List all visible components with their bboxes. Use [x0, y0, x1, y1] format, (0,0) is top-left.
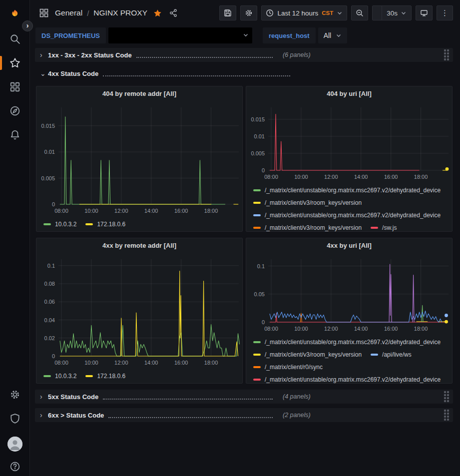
sidebar-expand-chevron-icon[interactable]: ›: [22, 20, 33, 31]
row-header-1xx-3xx-2xx[interactable]: › 1xx - 3xx - 2xx Status Code (6 panels): [35, 48, 453, 62]
share-icon[interactable]: [169, 8, 178, 17]
legend-item[interactable]: /api/live/ws: [371, 348, 412, 361]
svg-text:14:00: 14:00: [144, 360, 158, 366]
sidebar-item-admin-shield-icon[interactable]: [9, 413, 20, 424]
panel-legend: 10.0.3.2172.18.0.6: [36, 369, 242, 383]
svg-text:0.1: 0.1: [47, 263, 55, 269]
help-icon[interactable]: [9, 461, 20, 472]
favorite-star-icon[interactable]: [153, 9, 162, 17]
chart-canvas[interactable]: 00.0050.010.01508:0010:0012:0014:0016:00…: [246, 101, 452, 183]
svg-text:18:00: 18:00: [204, 360, 218, 366]
time-range-picker[interactable]: Last 12 hours CST: [261, 5, 347, 20]
row-drag-handle[interactable]: [444, 410, 449, 421]
breadcrumb-dashboard-title[interactable]: NGINX PROXY: [93, 8, 147, 17]
user-avatar[interactable]: [7, 437, 22, 452]
row-header-5xx[interactable]: › 5xx Status Code (4 panels): [35, 390, 453, 404]
legend-swatch: [371, 227, 378, 229]
grafana-logo-icon[interactable]: [9, 9, 20, 20]
dashboard-settings-gear-button[interactable]: [240, 5, 257, 20]
legend-item[interactable]: 172.18.0.6: [85, 218, 125, 230]
legend-item[interactable]: 10.0.3.2: [43, 370, 76, 382]
svg-text:16:00: 16:00: [174, 208, 188, 214]
svg-text:0: 0: [262, 319, 265, 325]
sidebar-item-dashboards[interactable]: [9, 81, 20, 92]
legend-item[interactable]: /_matrix/client/unstable/org.matrix.msc2…: [253, 336, 441, 348]
row-drag-handle[interactable]: [444, 49, 449, 60]
row-drag-handle[interactable]: [444, 391, 449, 402]
tv-mode-button[interactable]: [416, 5, 433, 20]
legend-swatch: [43, 375, 51, 377]
time-range-label: Last 12 hours: [277, 9, 318, 17]
breadcrumb-folder[interactable]: General: [55, 8, 82, 17]
panel-title[interactable]: 404 by uri [All]: [246, 86, 452, 101]
row-collapsed-chevron-icon: ›: [40, 393, 48, 401]
legend-swatch: [253, 354, 261, 356]
row-dotted-leader: [103, 71, 290, 76]
legend-item[interactable]: /_matrix/client/r0/sync: [253, 361, 323, 373]
svg-text:0: 0: [52, 201, 55, 207]
svg-text:12:00: 12:00: [324, 174, 338, 180]
variable-label-datasource: DS_PROMETHEUS: [35, 27, 106, 43]
sidebar-item-alerting-bell-icon[interactable]: [9, 129, 20, 140]
legend-item[interactable]: 172.18.0.6: [85, 370, 125, 382]
zoom-out-time-button[interactable]: [351, 5, 368, 20]
request-host-select[interactable]: All: [318, 27, 348, 43]
sidebar-item-settings-gear-icon[interactable]: [9, 389, 20, 400]
chevron-down-icon: [243, 32, 249, 38]
panel-legend: /_matrix/client/unstable/org.matrix.msc2…: [246, 335, 452, 383]
refresh-button[interactable]: [373, 6, 382, 20]
panel-legend: /_matrix/client/unstable/org.matrix.msc2…: [246, 183, 452, 231]
legend-item[interactable]: /sw.js: [371, 221, 397, 231]
legend-item[interactable]: 10.0.3.2: [43, 218, 76, 230]
refresh-group: 30s: [372, 5, 412, 20]
svg-text:16:00: 16:00: [174, 360, 188, 366]
save-dashboard-button[interactable]: [219, 5, 236, 20]
legend-item[interactable]: /_matrix/client/v3/room_keys/version: [253, 196, 362, 209]
datasource-select[interactable]: [108, 27, 252, 43]
kebab-menu-button[interactable]: ⋮: [437, 5, 453, 20]
search-icon[interactable]: [9, 33, 20, 44]
row-title: 4xx Status Code: [48, 70, 98, 77]
chart-canvas[interactable]: 00.050.108:0010:0012:0014:0016:0018:00: [246, 253, 452, 335]
dashboard-header: General / NGINX PROXY: [30, 0, 460, 26]
chevron-down-icon: [401, 10, 407, 16]
legend-item[interactable]: /_matrix/client/v3/room_keys/version: [253, 348, 362, 361]
row-expanded-chevron-icon: ⌄: [40, 69, 48, 77]
row-header-4xx[interactable]: ⌄ 4xx Status Code: [35, 66, 453, 80]
row-panel-count: (6 panels): [283, 51, 311, 58]
panel-title[interactable]: 4xx by remote addr [All]: [36, 238, 242, 253]
svg-text:0.005: 0.005: [41, 175, 55, 181]
chart-canvas[interactable]: 00.0050.010.01508:0010:0012:0014:0016:00…: [36, 101, 242, 217]
svg-text:0.015: 0.015: [251, 116, 265, 122]
timezone-label: CST: [322, 10, 333, 16]
svg-text:16:00: 16:00: [384, 174, 398, 180]
sidebar: [0, 0, 30, 476]
panel-title[interactable]: 404 by remote addr [All]: [36, 86, 242, 101]
row-header-6xx[interactable]: › 6xx > Status Code (2 panels): [35, 408, 453, 422]
svg-text:0.1: 0.1: [257, 263, 265, 269]
legend-item[interactable]: /_matrix/client/v3/room_keys/version: [253, 221, 362, 231]
row-panel-count: (2 panels): [283, 412, 311, 419]
svg-text:0.04: 0.04: [44, 317, 55, 323]
sidebar-item-explore-compass-icon[interactable]: [9, 105, 20, 116]
svg-text:08:00: 08:00: [264, 326, 278, 332]
legend-item[interactable]: /_matrix/client/unstable/org.matrix.msc2…: [253, 209, 441, 221]
legend-swatch: [85, 375, 93, 377]
header-toolbar: Last 12 hours CST: [219, 5, 453, 20]
legend-item[interactable]: /_matrix/client/unstable/org.matrix.msc2…: [253, 373, 441, 383]
breadcrumb-separator: /: [87, 9, 89, 17]
svg-text:0.015: 0.015: [41, 123, 55, 129]
chart-canvas[interactable]: 00.020.040.060.080.108:0010:0012:0014:00…: [36, 253, 242, 369]
svg-text:0.005: 0.005: [251, 150, 265, 156]
panel-title[interactable]: 4xx by uri [All]: [246, 238, 452, 253]
refresh-interval-select[interactable]: 30s: [382, 6, 411, 20]
refresh-interval-label: 30s: [387, 9, 398, 17]
svg-text:12:00: 12:00: [114, 360, 128, 366]
chevron-down-icon: [336, 32, 342, 38]
sidebar-item-starred[interactable]: [9, 57, 20, 68]
svg-text:0: 0: [52, 353, 55, 359]
row-dotted-leader: [136, 53, 273, 58]
panel-404-by-uri: 404 by uri [All] 00.0050.010.01508:0010:…: [246, 86, 453, 232]
svg-text:0.02: 0.02: [44, 335, 55, 341]
legend-item[interactable]: /_matrix/client/unstable/org.matrix.msc2…: [253, 184, 441, 196]
